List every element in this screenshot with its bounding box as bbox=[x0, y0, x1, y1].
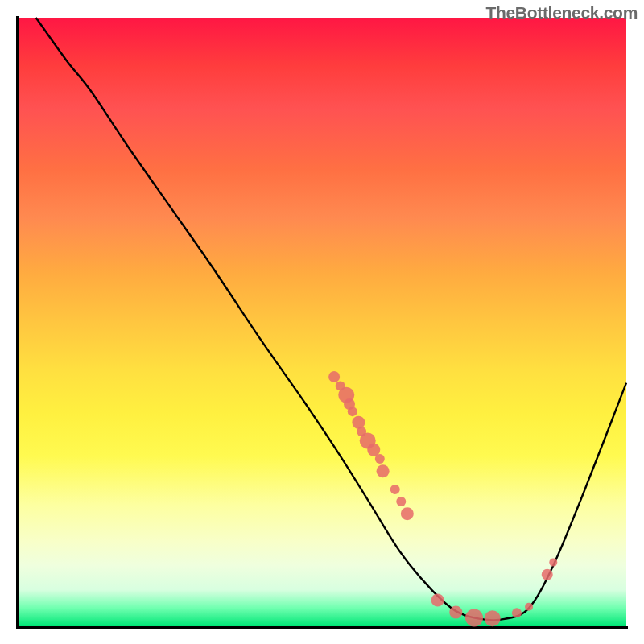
chart-svg-overlay bbox=[0, 0, 644, 644]
data-point bbox=[542, 569, 553, 580]
chart-container: TheBottleneck.com bbox=[0, 0, 644, 644]
data-point bbox=[348, 407, 357, 416]
data-point bbox=[525, 603, 533, 611]
data-point bbox=[549, 559, 557, 567]
data-point bbox=[396, 497, 406, 506]
data-point bbox=[377, 464, 390, 477]
data-point bbox=[512, 608, 522, 617]
data-point bbox=[431, 593, 444, 606]
data-point bbox=[367, 444, 380, 456]
data-point bbox=[352, 416, 365, 429]
watermark-text: TheBottleneck.com bbox=[485, 3, 638, 23]
data-point bbox=[485, 610, 501, 626]
data-point bbox=[375, 454, 385, 464]
data-point bbox=[449, 606, 462, 619]
scatter-points-group bbox=[328, 371, 557, 626]
data-point bbox=[390, 485, 400, 494]
data-point bbox=[465, 609, 483, 626]
data-point bbox=[401, 507, 414, 520]
bottleneck-curve bbox=[36, 18, 626, 620]
data-point bbox=[328, 371, 340, 382]
